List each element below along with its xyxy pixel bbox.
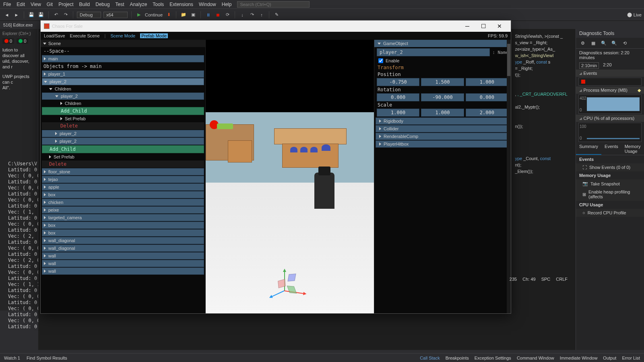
maximize-button[interactable]: ☐ [475, 21, 491, 32]
expand-icon[interactable] [44, 72, 46, 76]
component-rigidbody[interactable]: Rigidbody [376, 117, 510, 125]
collapse-icon[interactable] [44, 81, 47, 83]
scene-header[interactable]: Scene [41, 40, 205, 47]
scene-item[interactable]: wall [42, 260, 204, 267]
object-name-input[interactable] [377, 48, 490, 56]
tool-icon2[interactable]: ▣ [190, 11, 197, 19]
scl-z-input[interactable] [466, 109, 508, 117]
cpu-graph[interactable]: 100 0 [578, 123, 642, 142]
restart-icon[interactable]: ⟳ [224, 11, 231, 19]
gameobject-header[interactable]: GameObject [374, 40, 511, 47]
scene-item-player2-child[interactable]: player_2 [42, 93, 204, 100]
component-playerhitbox[interactable]: PlayerHitbox [376, 140, 510, 148]
scene-item[interactable]: floor_stone [42, 168, 204, 175]
menu-test[interactable]: Test [116, 2, 124, 7]
indent-mode[interactable]: SPC [541, 277, 551, 282]
expand-icon[interactable] [44, 170, 46, 173]
error-badge[interactable]: 0 [2, 38, 14, 44]
gizmo-xy-plane[interactable] [287, 274, 296, 282]
memory-section[interactable]: Process Memory (MB) ◆ [576, 86, 644, 94]
expand-icon[interactable] [55, 132, 57, 135]
tool-icon[interactable]: ▦ [590, 39, 597, 47]
tab-summary[interactable]: Summary [576, 143, 601, 155]
menu-file[interactable]: File [3, 2, 11, 7]
save-icon[interactable]: 💾 [28, 11, 35, 19]
3d-viewport[interactable] [206, 40, 374, 313]
expand-icon[interactable] [49, 155, 51, 158]
cpu-section[interactable]: CPU (% of all processors) [576, 115, 644, 122]
expand-icon[interactable] [55, 140, 57, 143]
zoom-out-icon[interactable]: 🔍 [611, 39, 618, 47]
scene-item-player2[interactable]: player_2 [42, 78, 204, 85]
expand-icon[interactable] [44, 254, 46, 257]
events-graph[interactable] [578, 78, 642, 86]
collapse-icon[interactable] [378, 43, 381, 45]
record-cpu-link[interactable]: ○Record CPU Profile [576, 209, 644, 217]
zoom-in-icon[interactable]: 🔍 [600, 39, 607, 47]
collapse-icon[interactable] [43, 43, 46, 45]
scl-x-input[interactable] [377, 109, 419, 117]
scene-item[interactable]: peixe [42, 206, 204, 214]
expand-icon[interactable] [379, 142, 381, 146]
loadsave-menu[interactable]: Load/Save [44, 33, 65, 38]
add-child-button[interactable]: Add_Child [42, 145, 204, 153]
tool-icon3[interactable]: ✎ [273, 11, 280, 19]
expand-icon[interactable] [60, 117, 62, 120]
scene-item[interactable]: box [42, 191, 204, 198]
expand-icon[interactable] [44, 269, 46, 273]
scene-item-player2-child[interactable]: player_2 [42, 138, 204, 145]
menu-window[interactable]: Window [199, 2, 216, 7]
rot-x-input[interactable] [377, 93, 419, 101]
pause-icon[interactable]: ⏸ [204, 11, 212, 19]
collapse-icon[interactable] [55, 95, 58, 97]
set-prefab-button[interactable]: Set Prefab [42, 115, 204, 122]
scene-item[interactable]: box [42, 229, 204, 237]
scene-item[interactable]: wall [42, 252, 204, 259]
scene-item[interactable]: box [42, 222, 204, 229]
take-snapshot-link[interactable]: 📷Take Snapshot [576, 179, 644, 188]
tool-icon[interactable]: 📁 [180, 11, 187, 19]
expand-icon[interactable] [60, 102, 62, 105]
pos-y-input[interactable] [421, 78, 464, 86]
expand-icon[interactable] [44, 262, 46, 265]
children-label[interactable]: Children [42, 100, 204, 107]
scl-y-input[interactable] [421, 109, 464, 117]
events-section[interactable]: Events [576, 70, 644, 77]
bottom-tab[interactable]: Exception Settings [475, 356, 511, 360]
stop-icon[interactable]: ⏹ [214, 11, 221, 19]
continue-icon[interactable]: ▶ [135, 11, 142, 19]
bottom-tab[interactable]: Error List [622, 356, 640, 360]
expand-icon[interactable] [44, 231, 46, 234]
expand-icon[interactable] [44, 185, 46, 189]
menu-project[interactable]: Project [58, 2, 73, 7]
undo-icon[interactable]: ↶ [52, 11, 60, 19]
menu-extensions[interactable]: Extensions [169, 2, 193, 7]
expand-icon[interactable] [379, 119, 381, 123]
heap-profiling-link[interactable]: ⊞Enable heap profiling (affects [576, 188, 644, 201]
expand-icon[interactable] [44, 57, 46, 60]
menu-git[interactable]: Git [47, 2, 53, 7]
expand-icon[interactable] [44, 247, 46, 250]
scene-item[interactable]: wall_diagonal [42, 237, 204, 244]
scene-item[interactable]: wall_diagonal [42, 245, 204, 252]
scene-item[interactable]: apple [42, 183, 204, 191]
gizmo-xz-plane[interactable] [287, 286, 297, 294]
delete-button[interactable]: Delete [42, 122, 204, 130]
expand-icon[interactable] [44, 201, 46, 204]
search-input[interactable] [237, 1, 310, 8]
gizmo-z-axis[interactable] [271, 290, 285, 297]
menu-analyze[interactable]: Analyze [130, 2, 147, 7]
component-renderable[interactable]: RenderableComp [376, 133, 510, 140]
expand-icon[interactable] [44, 208, 46, 212]
continue-label[interactable]: Continue [145, 12, 163, 17]
scene-hierarchy[interactable]: Scene --Space-- main Objects from -> mai… [41, 40, 206, 313]
tab-events[interactable]: Events [601, 143, 621, 155]
scene-item[interactable]: tejao [42, 176, 204, 183]
step-over-icon[interactable]: ↷ [248, 11, 256, 19]
enable-checkbox[interactable] [378, 58, 383, 63]
expand-icon[interactable] [379, 127, 381, 130]
bottom-tab[interactable]: Call Stack [420, 356, 440, 360]
warning-badge[interactable]: 0 [17, 38, 28, 44]
bottom-tab[interactable]: Find Symbol Results [27, 356, 67, 360]
scene-mode-button[interactable]: Scene Mode [110, 33, 135, 38]
